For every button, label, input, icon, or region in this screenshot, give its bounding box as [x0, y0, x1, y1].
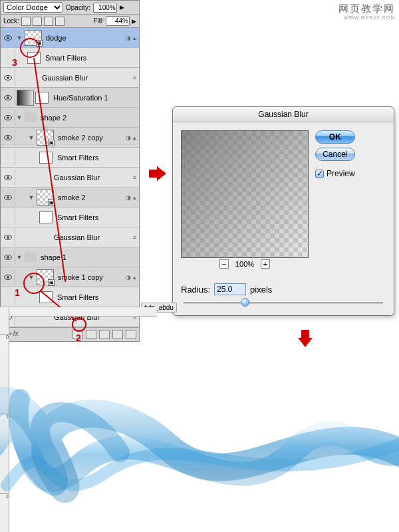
opacity-input[interactable] [93, 3, 117, 13]
layer-row[interactable]: ▼ ▣ dodge ◑ ▴ [1, 28, 139, 48]
watermark-en: WWW.WEBJX.COM [338, 15, 395, 20]
layer-row[interactable]: Gaussian Blur ≡ [1, 68, 139, 88]
group-button[interactable] [99, 330, 110, 339]
layer-name[interactable]: smoke 2 [55, 194, 126, 201]
visibility-toggle[interactable] [1, 189, 15, 205]
visibility-toggle[interactable] [1, 229, 15, 245]
filter-fx-icon[interactable]: ◑ ▴ [126, 274, 136, 281]
layer-row[interactable]: Smart Filters [1, 287, 139, 307]
layer-row[interactable]: Smart Filters [1, 148, 139, 168]
visibility-toggle[interactable] [1, 109, 15, 126]
fill-flyout-icon[interactable]: ▶ [132, 18, 136, 25]
panel-footer: ⇔ fx. [1, 327, 139, 341]
radius-input[interactable] [214, 283, 246, 295]
layer-name[interactable]: Hue/Saturation 1 [51, 94, 139, 102]
cancel-button[interactable]: Cancel [315, 148, 355, 161]
filter-mask-thumb[interactable] [39, 211, 53, 223]
visibility-toggle[interactable] [1, 69, 15, 86]
opacity-label: Opacity: [66, 4, 90, 11]
adjustment-button[interactable] [86, 330, 96, 339]
layer-thumb[interactable]: ▣ [37, 269, 54, 285]
filter-options-icon[interactable]: ≡ [133, 174, 136, 181]
filter-fx-icon[interactable]: ◑ ▴ [126, 35, 136, 41]
layer-mask-thumb[interactable] [35, 92, 49, 104]
layer-name[interactable]: dodge [43, 34, 126, 42]
disclosure-icon[interactable]: ▼ [27, 274, 35, 281]
layer-row[interactable]: Smart Filters [1, 207, 139, 227]
visibility-toggle[interactable] [1, 209, 15, 225]
disclosure-icon[interactable]: ▼ [15, 35, 23, 41]
svg-point-13 [7, 196, 9, 199]
svg-point-17 [7, 256, 9, 259]
zoom-out-button[interactable]: − [219, 259, 229, 269]
opacity-flyout-icon[interactable]: ▶ [120, 4, 124, 11]
layer-row[interactable]: Gaussian Blur ≡ [1, 168, 139, 188]
layer-row[interactable]: Smart Filters [1, 48, 139, 68]
layer-row[interactable]: Hue/Saturation 1 [1, 88, 139, 108]
layer-row[interactable]: ▼ ▣ smoke 2 ◑ ▴ [1, 188, 139, 207]
visibility-toggle[interactable] [1, 249, 15, 265]
ok-button[interactable]: OK [315, 130, 355, 144]
layer-row[interactable]: ▼ ▣ smoke 2 copy ◑ ▴ [1, 128, 139, 148]
disclosure-icon[interactable]: ▼ [15, 254, 23, 261]
layer-row[interactable]: ▼ ▣ smoke 1 copy ◑ ▴ [1, 267, 139, 287]
filter-fx-icon[interactable]: ◑ ▴ [126, 134, 136, 141]
visibility-toggle[interactable] [1, 149, 15, 166]
visibility-toggle[interactable] [1, 29, 15, 46]
radius-unit: pixels [250, 285, 272, 295]
disclosure-icon[interactable]: ▼ [15, 114, 23, 121]
preview-checkbox[interactable]: Preview [315, 169, 355, 178]
trash-button[interactable] [126, 330, 136, 339]
ruler-horizontal [0, 307, 157, 317]
visibility-toggle[interactable] [1, 89, 15, 106]
gaussian-blur-dialog: Gaussian Blur − 100% + OK Cancel Preview… [172, 106, 394, 316]
folder-icon [25, 253, 37, 262]
smart-object-icon: ▣ [48, 140, 55, 146]
disclosure-icon[interactable]: ▼ [27, 194, 35, 201]
visibility-toggle[interactable] [1, 269, 15, 285]
visibility-toggle[interactable] [1, 129, 15, 146]
blend-mode-select[interactable]: Color Dodge [3, 2, 63, 13]
lock-label: Lock: [3, 17, 19, 25]
layer-name[interactable]: shape 1 [38, 253, 139, 261]
layer-thumb[interactable]: ▣ [37, 130, 54, 146]
filter-options-icon[interactable]: ≡ [133, 234, 136, 241]
watermark: 网页教学网 WWW.WEBJX.COM [338, 3, 395, 20]
visibility-toggle[interactable] [1, 289, 15, 305]
link-icon[interactable]: ⇔ fx. [3, 330, 70, 339]
layer-row[interactable]: ▼ shape 2 [1, 108, 139, 128]
watermark-cn: 网页教学网 [338, 3, 395, 15]
layer-name[interactable]: Gaussian Blur [39, 74, 133, 82]
filter-options-icon[interactable]: ≡ [133, 74, 136, 81]
layer-thumb[interactable]: ▣ [25, 30, 42, 46]
radius-slider[interactable] [184, 298, 383, 307]
new-layer-button[interactable] [112, 330, 123, 339]
wave-artwork [0, 372, 399, 519]
filter-mask-thumb[interactable] [39, 152, 53, 164]
layer-name[interactable]: Gaussian Blur [51, 233, 133, 241]
fill-input[interactable] [106, 16, 130, 26]
lock-position-icon[interactable] [44, 17, 53, 26]
layer-name[interactable]: shape 2 [38, 114, 139, 122]
layer-name[interactable]: Gaussian Blur [51, 174, 133, 182]
svg-point-19 [7, 276, 9, 279]
layer-row[interactable]: ▼ shape 1 [1, 247, 139, 267]
lock-transparency-icon[interactable] [21, 17, 31, 26]
layer-name[interactable]: smoke 1 copy [55, 273, 126, 281]
slider-thumb[interactable] [241, 298, 249, 307]
filter-mask-thumb[interactable] [27, 52, 41, 64]
layer-row[interactable]: Gaussian Blur ≡ [1, 227, 139, 247]
lock-pixels-icon[interactable] [33, 17, 42, 26]
lock-all-icon[interactable] [55, 17, 65, 26]
svg-point-5 [7, 96, 9, 99]
layer-thumb[interactable]: ▣ [37, 190, 54, 205]
filter-preview[interactable] [181, 130, 309, 258]
layer-name[interactable]: smoke 2 copy [55, 134, 126, 142]
zoom-in-button[interactable]: + [261, 259, 270, 269]
disclosure-icon[interactable]: ▼ [27, 134, 35, 141]
adjustment-thumb[interactable] [17, 90, 34, 106]
filter-fx-icon[interactable]: ◑ ▴ [126, 194, 136, 201]
folder-icon [25, 113, 37, 122]
filter-mask-thumb[interactable] [39, 291, 53, 303]
visibility-toggle[interactable] [1, 169, 15, 186]
